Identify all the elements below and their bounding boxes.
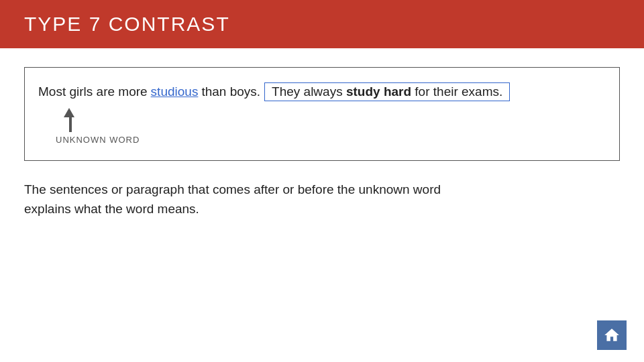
arrow-label-area: UNKNOWN WORD bbox=[62, 108, 606, 145]
context-after: for their exams. bbox=[411, 84, 502, 99]
page-title: TYPE 7 CONTRAST bbox=[24, 13, 230, 36]
sentence-mid: than boys. bbox=[201, 84, 260, 99]
home-button[interactable] bbox=[597, 320, 627, 350]
header: TYPE 7 CONTRAST bbox=[0, 0, 644, 48]
arrow-stem bbox=[69, 117, 72, 132]
context-sentence: They always study hard for their exams. bbox=[264, 82, 510, 101]
arrow-container bbox=[62, 108, 74, 132]
explanation-line1: The sentences or paragraph that comes af… bbox=[24, 182, 441, 196]
sentence-row: Most girls are more studious than boys. … bbox=[38, 82, 606, 101]
home-icon bbox=[603, 326, 621, 344]
context-before: They always bbox=[272, 84, 346, 99]
unknown-word-label: UNKNOWN WORD bbox=[56, 135, 140, 145]
main-content: Most girls are more studious than boys. … bbox=[0, 48, 644, 233]
explanation-text: The sentences or paragraph that comes af… bbox=[24, 180, 620, 219]
arrow-up-icon bbox=[64, 108, 74, 117]
context-bold: study hard bbox=[346, 84, 411, 99]
studious-word: studious bbox=[151, 84, 199, 99]
explanation-line2: explains what the word means. bbox=[24, 202, 199, 216]
content-box: Most girls are more studious than boys. … bbox=[24, 67, 620, 161]
sentence-start: Most girls are more bbox=[38, 84, 148, 99]
